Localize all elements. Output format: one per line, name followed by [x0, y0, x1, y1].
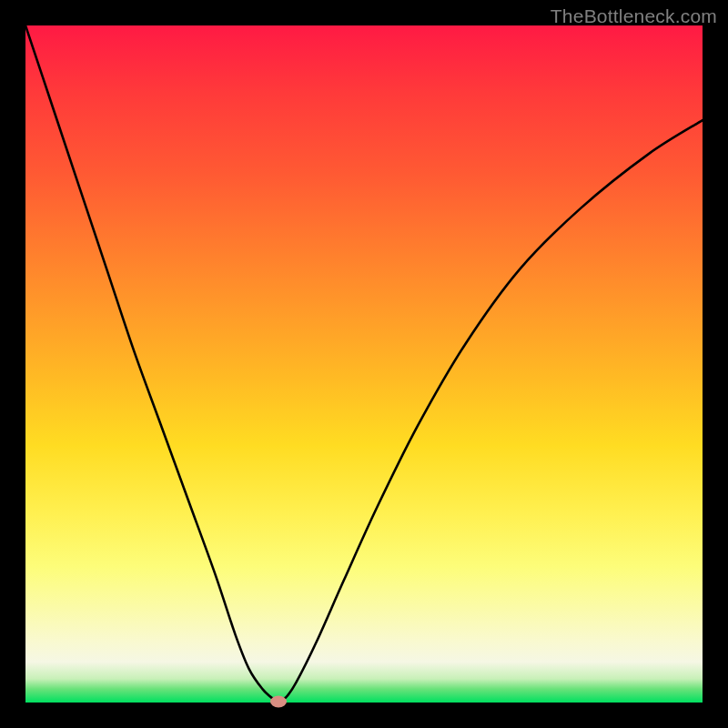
watermark-text: TheBottleneck.com — [551, 5, 717, 27]
curve-svg — [25, 25, 703, 703]
optimal-point-marker — [270, 695, 287, 707]
bottleneck-curve — [25, 25, 703, 702]
